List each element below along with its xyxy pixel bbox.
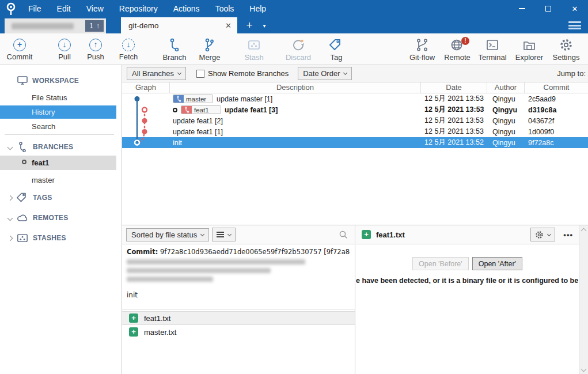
settings-button[interactable]: Settings <box>548 37 585 62</box>
chevron-right-icon[interactable] <box>7 235 13 241</box>
order-filter-dropdown[interactable]: Date Order <box>298 67 352 80</box>
gitflow-button[interactable]: Git-flow <box>404 37 441 62</box>
commit-row-init-selected[interactable]: init 12 5月 2021 13:52 Qingyu 9f72a8c <box>122 137 588 148</box>
maximize-button[interactable] <box>535 0 562 17</box>
explorer-button[interactable]: Explorer <box>511 37 548 62</box>
commit-date: 12 5月 2021 13:53 <box>421 94 487 104</box>
chevron-down-icon <box>177 71 181 75</box>
menu-tools[interactable]: Tools <box>212 3 238 14</box>
commit-date: 12 5月 2021 13:53 <box>421 105 487 115</box>
search-icon[interactable] <box>339 230 348 239</box>
menu-help[interactable]: Help <box>246 3 270 14</box>
scroll-up-icon[interactable] <box>581 228 587 234</box>
branches-section-header[interactable]: BRANCHES <box>0 141 122 153</box>
sidebar-branch-feat1[interactable]: feat1 <box>0 156 116 170</box>
new-tab-button[interactable]: + <box>242 17 257 33</box>
sourcetree-logo-icon <box>5 2 17 15</box>
redacted-author-line <box>127 259 305 265</box>
commit-sha-full: 9f72a8c10d936aedd71de0065e59f7f92b530757… <box>158 248 350 256</box>
toolbar-left-group: + Commit ↓ Pull ↑ Push ↓ Fetch Branch <box>1 37 350 62</box>
commit-hash: 2c5aad9 <box>525 95 588 103</box>
fetch-button[interactable]: ↓ Fetch <box>112 37 145 62</box>
terminal-button[interactable]: Terminal <box>474 37 511 62</box>
branch-filter-dropdown[interactable]: All Branches <box>127 67 186 80</box>
menu-repository[interactable]: Repository <box>116 3 161 14</box>
sidebar-branch-master[interactable]: master <box>0 173 116 187</box>
push-button[interactable]: ↑ Push <box>82 37 109 62</box>
commit-row-update-master-1[interactable]: master update master [1] 12 5月 2021 13:5… <box>122 93 588 104</box>
vertical-scrollbar[interactable] <box>579 225 588 374</box>
redacted-date-line <box>127 268 271 273</box>
remote-button[interactable]: ! Remote <box>441 37 474 62</box>
branch-button[interactable]: Branch <box>158 37 191 62</box>
file-name: feat1.txt <box>144 314 170 323</box>
tags-section-header[interactable]: TAGS <box>0 191 122 204</box>
file-row-master[interactable]: master.txt <box>122 325 355 339</box>
merge-button[interactable]: Merge <box>196 37 223 62</box>
tab-git-demo[interactable]: git-demo ✕ <box>121 17 237 33</box>
commit-description: init <box>173 139 182 147</box>
hamburger-menu-icon[interactable] <box>568 20 581 31</box>
file-row-feat1[interactable]: feat1.txt <box>122 311 355 325</box>
view-options-dropdown[interactable] <box>212 228 236 241</box>
commit-row-update-feat1-3[interactable]: feat1 update feat1 [3] 12 5月 2021 13:53 … <box>122 104 588 115</box>
stashes-icon <box>17 233 28 243</box>
tab-list-dropdown-icon[interactable]: ▾ <box>259 17 270 33</box>
file-added-icon <box>129 327 138 337</box>
tag-button[interactable]: Tag <box>323 37 350 62</box>
discard-icon <box>291 38 305 52</box>
show-remote-branches-checkbox[interactable] <box>196 70 204 78</box>
diff-options-dropdown[interactable] <box>530 228 555 241</box>
open-after-button[interactable]: Open 'After' <box>472 257 522 270</box>
scroll-down-icon[interactable] <box>581 367 587 372</box>
sidebar-item-file-status[interactable]: File Status <box>0 91 116 104</box>
branch-badge-feat1: feat1 <box>181 105 221 114</box>
commit-row-update-feat1-2[interactable]: update feat1 [2] 12 5月 2021 13:53 Qingyu… <box>122 115 588 126</box>
close-button[interactable]: ✕ <box>562 0 588 17</box>
show-remote-branches-label: Show Remote Branches <box>208 69 289 78</box>
commit-author: Qingyu <box>487 106 525 114</box>
commit-date: 12 5月 2021 13:52 <box>421 138 487 148</box>
minimize-button[interactable] <box>509 0 535 17</box>
menu-edit[interactable]: Edit <box>54 3 74 14</box>
chevron-down-icon <box>547 232 551 236</box>
remotes-section-header[interactable]: REMOTES <box>0 211 122 224</box>
tab-other-repo[interactable]: 1 ↑ <box>5 18 106 33</box>
sidebar-item-search[interactable]: Search <box>0 120 116 133</box>
stashes-section-header[interactable]: STASHES <box>0 232 122 244</box>
branch-badge-icon <box>181 106 192 114</box>
commit-button[interactable]: + Commit <box>1 37 38 62</box>
pull-button[interactable]: ↓ Pull <box>51 37 78 62</box>
tab-close-icon[interactable]: ✕ <box>225 21 232 30</box>
menu-actions[interactable]: Actions <box>170 3 203 14</box>
commit-author: Qingyu <box>487 117 525 125</box>
tags-icon <box>17 192 28 203</box>
window-controls: ✕ <box>509 0 588 17</box>
chevron-down-icon[interactable] <box>7 215 13 221</box>
menu-view[interactable]: View <box>83 3 107 14</box>
bottom-split-area: Sorted by file status Commit: 9f72a8c10d… <box>122 225 588 374</box>
more-options-icon[interactable]: ••• <box>563 231 573 239</box>
column-header-author[interactable]: Author <box>487 82 525 93</box>
sidebar-item-history[interactable]: History <box>0 105 116 119</box>
branches-icon <box>18 142 27 152</box>
column-header-description[interactable]: Description <box>170 82 421 93</box>
commit-list: master update master [1] 12 5月 2021 13:5… <box>122 93 588 148</box>
binary-file-notice: e have been detected, or it is a binary … <box>356 277 579 285</box>
file-sort-dropdown[interactable]: Sorted by file status <box>126 228 209 241</box>
commit-hash: 1d009f0 <box>525 128 588 136</box>
chevron-down-icon[interactable] <box>7 144 13 150</box>
commit-detail-panel: Sorted by file status Commit: 9f72a8c10d… <box>122 225 355 374</box>
chevron-right-icon[interactable] <box>7 195 13 201</box>
open-before-button: Open 'Before' <box>412 257 469 270</box>
column-header-date[interactable]: Date <box>421 82 487 93</box>
commit-row-update-feat1-1[interactable]: update feat1 [1] 12 5月 2021 13:53 Qingyu… <box>122 126 588 137</box>
column-header-commit[interactable]: Commit <box>525 82 588 93</box>
remote-alert-badge: ! <box>461 37 469 45</box>
stash-icon <box>247 38 261 52</box>
commit-author: Qingyu <box>487 95 525 103</box>
menu-bar: File Edit View Repository Actions Tools … <box>25 3 270 14</box>
menu-file[interactable]: File <box>25 3 45 14</box>
graph-node-feat1-2 <box>142 118 147 123</box>
column-header-graph[interactable]: Graph <box>122 82 170 93</box>
